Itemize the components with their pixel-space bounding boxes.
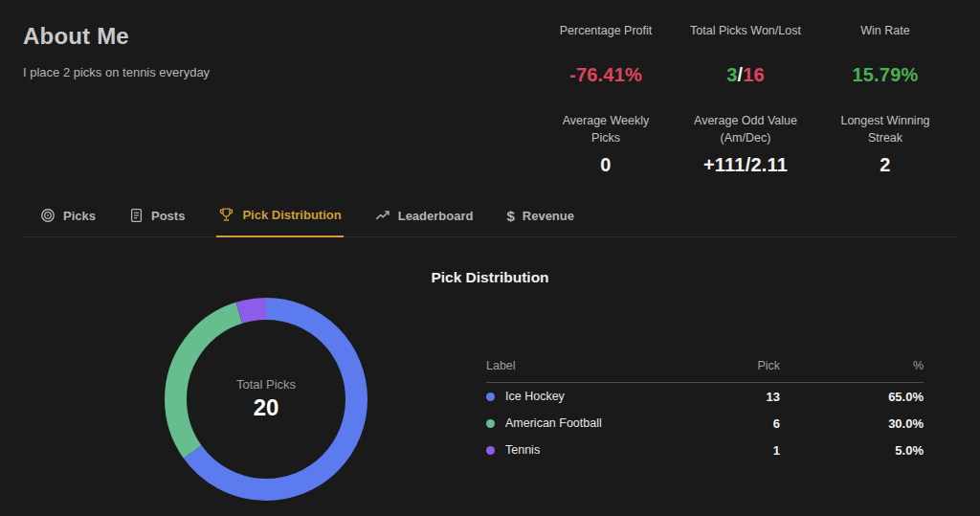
american-football-dot [486,419,495,428]
stat-value: 15.79% [815,64,955,86]
tab-revenue[interactable]: $ Revenue [504,203,576,236]
trending-up-icon [375,208,390,223]
dollar-icon: $ [506,209,514,223]
stat-label: Percentage Profit [547,22,664,64]
profile-header: About Me I place 2 picks on tennis every… [23,0,957,176]
pick-distribution-panel: Total Picks 20 Label Pick % Ice Hockey 1… [23,298,957,501]
tab-leaderboard[interactable]: Leaderboard [373,203,476,236]
stat-value: -76.41% [536,64,676,86]
tab-pick-distribution[interactable]: Pick Distribution [216,203,343,237]
tab-label: Revenue [523,209,574,223]
row-pick-count: 1 [665,443,780,458]
stat-percentage-profit: Percentage Profit -76.41% [536,22,676,86]
stat-value: 0 [536,154,676,176]
stat-average-weekly-picks: Average Weekly Picks 0 [536,112,676,176]
stat-value: 3/16 [676,64,815,86]
stat-label: Average Odd Value (Am/Dec) [687,112,804,154]
row-pick-count: 6 [665,416,780,431]
distribution-table: Label Pick % Ice Hockey 13 65.0% America… [486,359,924,501]
stat-value: +111/2.11 [676,154,815,176]
donut-chart-svg [165,298,368,501]
tab-label: Leaderboard [398,209,474,223]
stats-grid: Percentage Profit -76.41% Total Picks Wo… [536,22,955,176]
table-row: Ice Hockey 13 65.0% [486,383,924,410]
table-header-row: Label Pick % [486,359,924,383]
trophy-icon [218,207,234,223]
stat-win-rate: Win Rate 15.79% [815,22,955,86]
stat-total-picks-won-lost: Total Picks Won/Lost 3/16 [676,22,815,86]
tab-posts[interactable]: Posts [127,203,187,236]
stat-label: Longest Winning Streak [827,112,944,154]
row-pick-count: 13 [665,390,780,404]
row-percentage: 30.0% [780,416,924,431]
document-icon [129,208,144,223]
column-header-pick: Pick [665,359,780,372]
stat-value: 2 [815,154,955,176]
row-percentage: 5.0% [780,443,924,458]
won-count: 3 [726,64,737,85]
tab-bar: Picks Posts Pick Distribution [23,203,957,237]
donut-chart: Total Picks 20 [165,298,368,501]
page-title: About Me [23,23,210,50]
stat-label: Average Weekly Picks [547,112,664,154]
row-percentage: 65.0% [780,390,924,404]
stat-longest-winning-streak: Longest Winning Streak 2 [815,112,955,176]
table-row: American Football 6 30.0% [486,410,924,437]
column-header-pct: % [780,359,924,372]
column-header-label: Label [486,359,665,372]
lost-count: 16 [743,64,765,85]
row-label: Ice Hockey [505,390,565,403]
stat-label: Win Rate [827,22,944,64]
about-section: About Me I place 2 picks on tennis every… [23,19,210,176]
stat-average-odd-value: Average Odd Value (Am/Dec) +111/2.11 [676,112,815,176]
profile-bio: I place 2 picks on tennis everyday [23,65,210,79]
target-icon [40,208,56,223]
tab-label: Pick Distribution [242,208,341,222]
tab-picks[interactable]: Picks [38,203,98,236]
row-label: Tennis [505,443,540,457]
stat-label: Total Picks Won/Lost [687,22,804,64]
dashboard-page: About Me I place 2 picks on tennis every… [0,0,980,501]
row-label: American Football [505,416,602,430]
tab-label: Picks [63,209,96,223]
tennis-dot [486,446,495,455]
table-row: Tennis 1 5.0% [486,437,924,463]
tab-label: Posts [151,209,185,223]
chart-title: Pick Distribution [23,269,957,286]
ice-hockey-dot [486,393,495,401]
